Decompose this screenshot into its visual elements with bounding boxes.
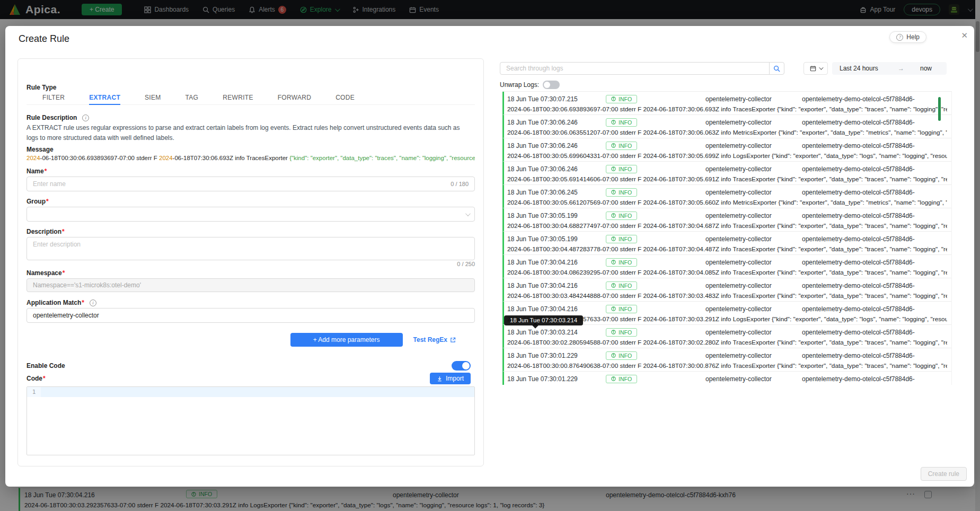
page-title: Create Rule bbox=[19, 33, 69, 45]
line-number: 1 bbox=[27, 387, 41, 397]
test-regex-link[interactable]: Test RegEx bbox=[413, 336, 456, 343]
name-input[interactable]: Enter name 0 / 180 bbox=[27, 177, 475, 191]
log-pod-name: opentelemetry-demo-otelcol-c5f7884d6- bbox=[802, 142, 947, 149]
info-icon bbox=[611, 120, 616, 125]
unwrap-logs-toggle[interactable] bbox=[543, 81, 560, 89]
nav-item-explore[interactable]: Explore bbox=[300, 6, 339, 13]
nav-item-dashboards[interactable]: Dashboards bbox=[144, 6, 189, 13]
log-search-bar[interactable]: Search through logs bbox=[500, 62, 784, 75]
window-scrollbar-thumb[interactable] bbox=[976, 21, 979, 52]
name-label: Name bbox=[27, 168, 47, 175]
chevron-down-icon bbox=[819, 65, 823, 69]
search-input[interactable]: Search through logs bbox=[500, 65, 769, 72]
tab-siem[interactable]: SIEM bbox=[145, 94, 161, 104]
log-level-badge: INFO bbox=[606, 95, 637, 103]
log-row[interactable]: 18 Jun Tue 07:30:06.246 INFO opentelemet… bbox=[502, 162, 951, 185]
description-char-counter: 0 / 250 bbox=[27, 261, 475, 267]
create-button[interactable]: + Create bbox=[82, 4, 122, 15]
tab-filter[interactable]: FILTER bbox=[42, 94, 65, 104]
help-button[interactable]: ? Help bbox=[889, 31, 926, 43]
log-list: 18 Jun Tue 07:30:07.215 INFO opentelemet… bbox=[502, 91, 952, 385]
row-actions-menu[interactable]: ··· bbox=[906, 489, 915, 498]
log-level-badge: INFO bbox=[606, 188, 637, 197]
nav-item-label: Alerts bbox=[259, 6, 275, 13]
app-tour-button[interactable]: App Tour bbox=[860, 6, 895, 13]
nav-item-events[interactable]: Events bbox=[409, 6, 439, 13]
log-pod-name: opentelemetry-demo-otelcol-c5f7884d6- bbox=[802, 305, 947, 313]
import-button[interactable]: Import bbox=[430, 373, 471, 384]
log-pod-name: opentelemetry-demo-otelcol-c5f7884d6- bbox=[802, 165, 947, 173]
log-app-name: opentelemetry-collector bbox=[393, 491, 459, 499]
log-app-name: opentelemetry-collector bbox=[705, 282, 802, 289]
log-list-scrollbar-thumb[interactable] bbox=[938, 97, 941, 121]
log-pod-name: opentelemetry-demo-otelcol-c5f7884d6- bbox=[802, 119, 947, 126]
info-icon bbox=[611, 166, 616, 171]
tab-code[interactable]: CODE bbox=[336, 94, 355, 104]
group-select[interactable] bbox=[27, 207, 475, 222]
user-menu-chevron-icon[interactable] bbox=[968, 6, 973, 12]
enable-code-toggle[interactable] bbox=[452, 361, 471, 371]
log-level-badge: INFO bbox=[606, 258, 637, 267]
create-rule-button[interactable]: Create rule bbox=[921, 467, 967, 481]
tab-tag[interactable]: TAG bbox=[186, 94, 199, 104]
apica-logo[interactable]: Apica. bbox=[8, 3, 60, 16]
log-level-badge: INFO bbox=[606, 118, 637, 127]
arrow-right-icon: → bbox=[898, 65, 920, 72]
log-pod-name: opentelemetry-demo-otelcol-c5f7884d6- bbox=[802, 235, 947, 243]
close-icon[interactable]: ✕ bbox=[961, 31, 968, 39]
nav-item-alerts[interactable]: Alerts 6 bbox=[249, 6, 286, 14]
application-match-input[interactable]: opentelemetry-collector bbox=[27, 308, 475, 323]
log-row[interactable]: 18 Jun Tue 07:30:04.216 INFO opentelemet… bbox=[502, 278, 951, 302]
log-row[interactable]: 18 Jun Tue 07:30:05.199 INFO opentelemet… bbox=[502, 208, 951, 232]
log-row[interactable]: 18 Jun Tue 07:30:03.214 INFO opentelemet… bbox=[502, 325, 951, 348]
add-more-parameters-button[interactable]: + Add more parameters bbox=[290, 333, 403, 347]
chevron-down-icon bbox=[465, 211, 471, 216]
log-message: 2024-06-18T00:30:05.691414606-07:00 stde… bbox=[507, 175, 947, 183]
tab-extract[interactable]: EXTRACT bbox=[89, 94, 120, 105]
log-app-name: opentelemetry-collector bbox=[705, 305, 802, 313]
time-range-selector[interactable]: Last 24 hours → now bbox=[832, 62, 947, 75]
log-message: 2024-06-18T00:30:05.699604331-07:00 stde… bbox=[507, 152, 947, 160]
log-row[interactable]: 18 Jun Tue 07:30:04.216 INFO opentelemet… bbox=[502, 255, 951, 278]
log-timestamp: 18 Jun Tue 07:30:04.216 bbox=[507, 282, 606, 289]
window-scrollbar[interactable] bbox=[975, 0, 980, 511]
row-checkbox[interactable] bbox=[924, 491, 932, 498]
application-match-value: opentelemetry-collector bbox=[33, 312, 99, 319]
log-row[interactable]: 18 Jun Tue 07:30:07.215 INFO opentelemet… bbox=[502, 92, 951, 115]
chevron-down-icon bbox=[334, 6, 340, 12]
description-textarea[interactable]: Enter description bbox=[27, 237, 475, 260]
tab-forward[interactable]: FORWARD bbox=[278, 94, 311, 104]
log-row[interactable]: 18 Jun Tue 07:30:06.246 INFO opentelemet… bbox=[502, 138, 951, 162]
log-pod-name: opentelemetry-demo-otelcol-c5f7884d6- bbox=[802, 352, 947, 359]
log-row[interactable]: 18 Jun Tue 07:30:06.245 INFO opentelemet… bbox=[502, 185, 951, 208]
namespace-label: Namespace bbox=[27, 269, 65, 277]
avatar-icon bbox=[950, 5, 958, 14]
code-editor[interactable]: 1 bbox=[27, 386, 475, 455]
nav-item-integrations[interactable]: Integrations bbox=[352, 6, 396, 13]
log-app-name: opentelemetry-collector bbox=[705, 165, 802, 173]
nav-item-label: Dashboards bbox=[154, 6, 189, 13]
code-line-active[interactable]: 1 bbox=[27, 387, 474, 397]
log-row[interactable]: 18 Jun Tue 07:30:01.229 INFO opentelemet… bbox=[502, 348, 951, 372]
help-label: Help bbox=[906, 33, 920, 41]
user-avatar[interactable] bbox=[949, 4, 959, 15]
log-row[interactable]: 18 Jun Tue 07:30:01.229 INFO opentelemet… bbox=[502, 372, 951, 385]
info-icon bbox=[611, 96, 616, 101]
info-icon[interactable]: i bbox=[82, 114, 89, 121]
info-icon[interactable]: i bbox=[90, 299, 96, 306]
log-message: 2024-06-18T00:30:02.280594588-07:00 stde… bbox=[507, 339, 947, 346]
log-timestamp: 18 Jun Tue 07:30:01.229 bbox=[507, 375, 606, 383]
nav-item-queries[interactable]: Queries bbox=[202, 6, 235, 13]
workspace-selector[interactable]: devops bbox=[904, 4, 940, 15]
message-label: Message bbox=[27, 146, 475, 153]
date-picker-button[interactable] bbox=[804, 62, 828, 75]
tab-rewrite[interactable]: REWRITE bbox=[223, 94, 253, 104]
log-row[interactable]: 18 Jun Tue 07:30:05.199 INFO opentelemet… bbox=[502, 232, 951, 255]
log-row[interactable]: 18 Jun Tue 07:30:06.246 INFO opentelemet… bbox=[502, 115, 951, 138]
log-level-badge: INFO bbox=[606, 281, 637, 290]
log-pod-name: opentelemetry-demo-otelcol-c5f7884d6-kxh… bbox=[606, 491, 736, 499]
search-submit-button[interactable] bbox=[769, 63, 784, 74]
info-icon bbox=[611, 376, 616, 381]
nav-item-label: Explore bbox=[310, 6, 332, 13]
log-timestamp: 18 Jun Tue 07:30:07.215 bbox=[507, 95, 606, 103]
